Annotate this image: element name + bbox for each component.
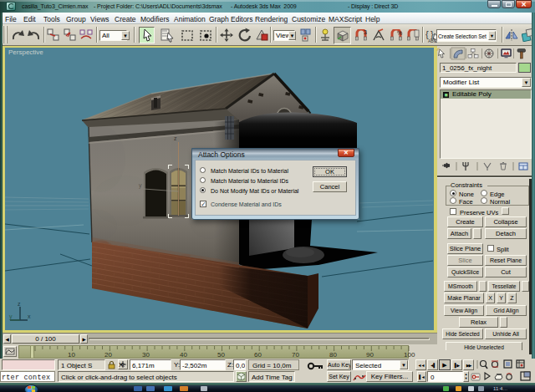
svg-text:x: x	[28, 313, 31, 319]
svg-text:80: 80	[329, 351, 337, 359]
svg-text:y: y	[9, 313, 13, 320]
svg-text:60: 60	[254, 351, 262, 359]
svg-text:100: 100	[404, 351, 415, 359]
svg-text:20: 20	[104, 351, 112, 359]
svg-text:30: 30	[142, 351, 150, 359]
svg-text:50: 50	[217, 351, 225, 359]
svg-text:z: z	[18, 301, 21, 307]
svg-text:40: 40	[180, 351, 187, 359]
svg-text:70: 70	[292, 351, 299, 359]
svg-text:10: 10	[68, 351, 75, 359]
svg-text:z: z	[174, 135, 177, 141]
svg-text:%: %	[397, 30, 402, 36]
svg-text:90: 90	[366, 351, 374, 359]
svg-text:y: y	[139, 182, 142, 189]
svg-text:3: 3	[364, 29, 367, 35]
